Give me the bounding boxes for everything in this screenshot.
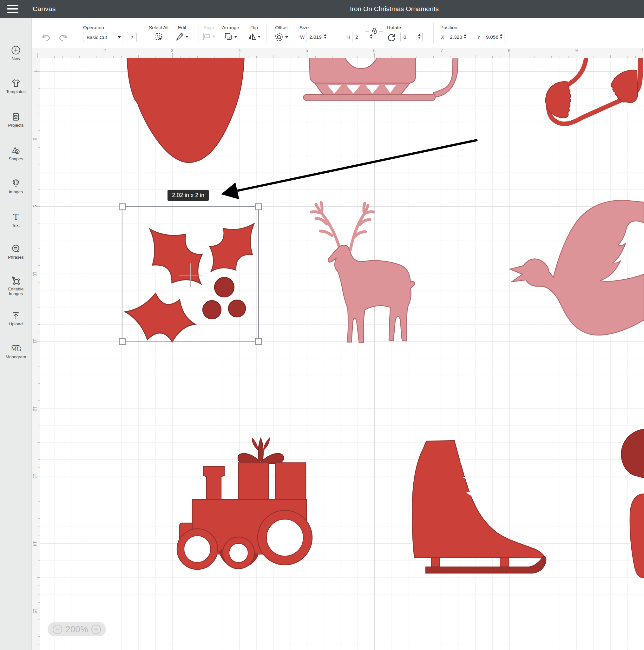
- select-all-button[interactable]: [154, 32, 163, 42]
- sidebar-item-text[interactable]: T Text: [0, 212, 32, 228]
- svg-text:MG: MG: [11, 346, 21, 352]
- y-field[interactable]: [483, 32, 504, 42]
- holly-berry[interactable]: [215, 277, 234, 297]
- ruler-tick: [37, 240, 40, 240]
- ruler-tick: [627, 56, 628, 58]
- ruler-tick: [37, 53, 38, 58]
- offset-button[interactable]: [274, 32, 289, 42]
- sidebar-item-projects[interactable]: Projects: [0, 112, 32, 128]
- edit-pencil-icon: [176, 32, 184, 41]
- ruler-number: 11: [32, 338, 37, 344]
- selection-handle-top-right[interactable]: [255, 204, 261, 210]
- chevron-down-icon: [212, 36, 216, 37]
- chevron-down-icon: [285, 36, 289, 38]
- selection-handle-top-left[interactable]: [119, 204, 125, 210]
- rotate-field[interactable]: [401, 32, 423, 42]
- ruler-tick: [71, 55, 71, 58]
- shape-clipped-right[interactable]: [621, 429, 644, 578]
- arrange-button[interactable]: [224, 32, 237, 41]
- ruler-tick: [417, 56, 417, 58]
- zoom-out-button[interactable]: −: [53, 625, 62, 634]
- ruler-tick: [38, 400, 40, 401]
- edit-button[interactable]: [176, 32, 188, 41]
- shape-stocking-partial[interactable]: [546, 54, 641, 124]
- rotate-stepper[interactable]: [418, 34, 421, 39]
- selection-handle-bottom-right[interactable]: [255, 339, 261, 345]
- y-stepper[interactable]: [500, 34, 502, 39]
- ruler-tick: [130, 56, 130, 58]
- ruler-tick: [189, 56, 189, 58]
- ruler-tick: [38, 291, 40, 291]
- shape-holly[interactable]: [121, 210, 269, 348]
- operation-dropdown[interactable]: Basic Cut: [83, 32, 124, 42]
- y-label: Y: [477, 34, 480, 40]
- phrases-icon: [11, 244, 21, 254]
- sidebar-item-monogram[interactable]: MG Monogram: [0, 344, 32, 359]
- ruler-number: 9: [575, 48, 578, 53]
- x-stepper[interactable]: [464, 34, 466, 39]
- selection-handle-bottom-left[interactable]: [119, 339, 125, 345]
- shape-train-gift[interactable]: [177, 437, 312, 569]
- sidebar-item-editable-images[interactable]: Editable Images: [0, 276, 32, 296]
- ruler-tick: [147, 56, 147, 58]
- ruler-tick: [307, 53, 307, 58]
- menu-icon[interactable]: [7, 5, 19, 14]
- undo-icon[interactable]: [41, 33, 51, 42]
- cricut-design-space: Canvas Iron On Christmas Ornaments New T…: [0, 0, 644, 650]
- operation-help-button[interactable]: ?: [127, 32, 137, 42]
- height-stepper[interactable]: [370, 34, 372, 39]
- x-field[interactable]: [447, 32, 468, 42]
- sidebar-item-templates[interactable]: Templates: [0, 78, 32, 94]
- canvas-shapes: [32, 48, 644, 650]
- ruler-number: 12: [32, 406, 37, 412]
- width-field[interactable]: [306, 32, 328, 42]
- ruler-tick: [315, 56, 316, 58]
- ruler-tick: [38, 122, 40, 122]
- ruler-tick: [38, 527, 40, 527]
- ruler-tick: [38, 367, 40, 367]
- sidebar-item-images[interactable]: Images: [0, 179, 32, 194]
- canvas-breadcrumb[interactable]: Canvas: [33, 5, 55, 13]
- ruler-tick: [38, 223, 40, 223]
- toolbar-separator: [141, 23, 141, 43]
- rotate-icon[interactable]: [387, 33, 396, 42]
- shape-reindeer[interactable]: [311, 203, 415, 343]
- ruler-tick: [38, 434, 40, 434]
- top-bar: Canvas Iron On Christmas Ornaments: [0, 0, 644, 18]
- toolbar-separator: [380, 23, 380, 43]
- width-stepper[interactable]: [324, 34, 327, 39]
- height-field[interactable]: [352, 32, 374, 42]
- ruler-tick: [38, 63, 40, 63]
- flip-button[interactable]: [248, 32, 261, 41]
- sidebar-item-phrases[interactable]: Phrases: [0, 244, 32, 260]
- ruler-tick: [63, 56, 63, 58]
- ruler-tick: [138, 55, 139, 58]
- shape-sleigh-partial[interactable]: [303, 54, 458, 100]
- sidebar: New Templates Projects Shapes Images T T…: [0, 18, 32, 650]
- ruler-tick: [501, 56, 501, 58]
- ruler-tick: [38, 417, 40, 418]
- ruler-tick: [442, 53, 442, 58]
- ruler-tick: [450, 56, 451, 58]
- ruler-tick: [400, 56, 400, 58]
- holly-berry[interactable]: [228, 300, 245, 317]
- ruler-number: 5: [306, 48, 308, 53]
- sidebar-item-new[interactable]: New: [0, 45, 32, 61]
- shape-ornament-partial[interactable]: [127, 54, 244, 162]
- sidebar-item-shapes[interactable]: Shapes: [0, 146, 32, 161]
- ruler-tick: [38, 131, 40, 131]
- redo-icon[interactable]: [59, 33, 68, 42]
- ruler-tick: [476, 55, 476, 58]
- ruler-tick: [206, 55, 206, 58]
- shape-ice-skate[interactable]: [412, 440, 546, 573]
- sidebar-item-upload[interactable]: Upload: [0, 311, 32, 326]
- ruler-tick: [46, 56, 46, 58]
- zoom-in-button[interactable]: +: [91, 625, 101, 634]
- holly-berry[interactable]: [203, 300, 221, 319]
- ruler-tick: [526, 56, 526, 58]
- ruler-tick: [88, 56, 88, 58]
- width-label: W: [300, 34, 305, 40]
- toolbar-separator: [266, 23, 266, 43]
- shape-dove-partial[interactable]: [510, 200, 644, 335]
- ruler-tick: [543, 55, 543, 58]
